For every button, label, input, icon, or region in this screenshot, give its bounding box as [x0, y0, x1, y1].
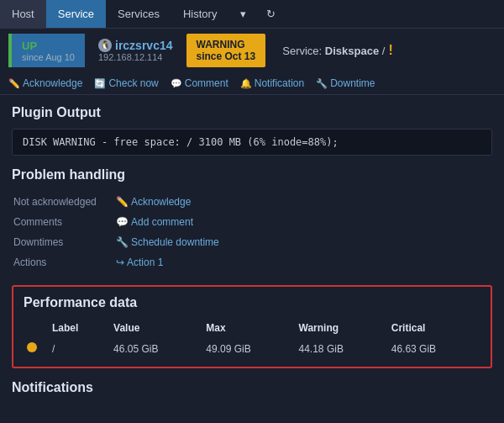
service-prefix: Service: — [282, 45, 322, 57]
exclaim-icon: ! — [388, 43, 392, 58]
action-bar: ✏️ Acknowledge 🔄 Check now 💬 Comment 🔔 N… — [0, 72, 504, 95]
notification-label: Notification — [255, 77, 304, 89]
col-value: Value — [110, 319, 202, 339]
service-name: Diskspace — [325, 45, 379, 57]
notification-icon: 🔔 — [240, 78, 252, 89]
problem-handling-title: Problem handling — [12, 167, 492, 182]
status-dot — [27, 342, 37, 352]
refresh-icon: ↻ — [266, 8, 276, 20]
table-row: Comments 💬 Add comment — [13, 213, 491, 231]
hostname[interactable]: 🐧 irczsrvc14 — [98, 39, 173, 52]
problem-handling-table: Not acknowledged ✏️ Acknowledge Comments… — [12, 191, 492, 273]
comment-label: Comment — [185, 77, 228, 89]
nav-host[interactable]: Host — [0, 0, 46, 28]
action-1-link[interactable]: ↪ Action 1 — [116, 256, 486, 268]
row-label-0: Not acknowledged — [13, 193, 114, 211]
top-nav: Host Service Services History ▾ ↻ — [0, 0, 504, 29]
table-row: Not acknowledged ✏️ Acknowledge — [13, 193, 491, 211]
acknowledge-icon: ✏️ — [8, 78, 20, 89]
perf-warning: 44.18 GiB — [296, 339, 388, 358]
acknowledge-label: Acknowledge — [23, 77, 82, 89]
performance-data-section: Performance data Label Value Max Warning… — [12, 285, 492, 368]
chevron-down-icon: ▾ — [240, 8, 246, 20]
table-row: Actions ↪ Action 1 — [13, 253, 491, 272]
host-ip: 192.168.12.114 — [98, 52, 173, 62]
col-dot — [24, 319, 49, 339]
up-status: UP since Aug 10 — [8, 34, 85, 67]
check-now-label: Check now — [108, 77, 158, 89]
col-critical: Critical — [388, 319, 480, 339]
notification-link[interactable]: 🔔 Notification — [240, 77, 304, 89]
linux-icon: 🐧 — [98, 39, 112, 52]
performance-table: Label Value Max Warning Critical / 46.05… — [24, 319, 480, 358]
comment-link[interactable]: 💬 Comment — [171, 77, 228, 89]
ack-text: Acknowledge — [131, 196, 191, 208]
check-now-link[interactable]: 🔄 Check now — [94, 77, 158, 89]
table-row: Downtimes 🔧 Schedule downtime — [13, 233, 491, 251]
perf-max: 49.09 GiB — [202, 339, 295, 358]
plugin-output-text: DISK WARNING - free space: / 3100 MB (6%… — [12, 129, 492, 156]
downtime-sched-icon: 🔧 — [116, 236, 129, 248]
nav-history[interactable]: History — [171, 0, 228, 28]
nav-refresh[interactable]: ↻ — [258, 0, 284, 28]
schedule-downtime-text: Schedule downtime — [131, 236, 219, 248]
since-label: since Aug 10 — [22, 52, 75, 62]
downtime-label: Downtime — [330, 77, 375, 89]
acknowledge-action[interactable]: ✏️ Acknowledge — [116, 196, 486, 208]
plugin-output-title: Plugin Output — [12, 105, 492, 120]
warning-since: since Oct 13 — [197, 50, 256, 62]
hostname-text: irczsrvc14 — [115, 39, 173, 52]
col-max: Max — [202, 319, 295, 339]
action-1-text: Action 1 — [127, 256, 163, 268]
nav-dropdown[interactable]: ▾ — [228, 0, 258, 28]
performance-data-title: Performance data — [24, 295, 480, 310]
host-info: 🐧 irczsrvc14 192.168.12.114 — [93, 34, 178, 67]
col-label: Label — [49, 319, 110, 339]
row-label-3: Actions — [13, 253, 114, 272]
action-arrow-icon: ↪ — [116, 256, 124, 268]
col-warning: Warning — [296, 319, 388, 339]
comment-icon: 💬 — [171, 78, 182, 89]
state-label: UP — [22, 40, 75, 52]
warning-badge: WARNING since Oct 13 — [186, 34, 266, 67]
main-content: Plugin Output DISK WARNING - free space:… — [0, 95, 504, 405]
status-bar: UP since Aug 10 🐧 irczsrvc14 192.168.12.… — [0, 29, 504, 72]
perf-value: 46.05 GiB — [110, 339, 202, 358]
nav-service[interactable]: Service — [46, 0, 106, 28]
service-separator: / — [379, 45, 385, 57]
downtime-link[interactable]: 🔧 Downtime — [316, 77, 375, 89]
comment-bubble-icon: 💬 — [116, 216, 129, 228]
add-comment-text: Add comment — [131, 216, 193, 228]
nav-services[interactable]: Services — [106, 0, 171, 28]
acknowledge-link[interactable]: ✏️ Acknowledge — [8, 77, 82, 89]
notifications-title: Notifications — [12, 380, 492, 395]
perf-critical: 46.63 GiB — [388, 339, 480, 358]
downtime-icon: 🔧 — [316, 78, 328, 89]
check-now-icon: 🔄 — [94, 78, 106, 89]
add-comment-action[interactable]: 💬 Add comment — [116, 216, 486, 228]
ack-icon: ✏️ — [116, 196, 129, 208]
perf-label: / — [49, 339, 110, 358]
perf-dot-cell — [24, 339, 49, 358]
row-label-1: Comments — [13, 213, 114, 231]
service-label: Service: Diskspace / ! — [274, 34, 401, 67]
row-label-2: Downtimes — [13, 233, 114, 251]
perf-table-row: / 46.05 GiB 49.09 GiB 44.18 GiB 46.63 Gi… — [24, 339, 480, 358]
schedule-downtime-action[interactable]: 🔧 Schedule downtime — [116, 236, 486, 248]
warning-label: WARNING — [197, 39, 256, 50]
